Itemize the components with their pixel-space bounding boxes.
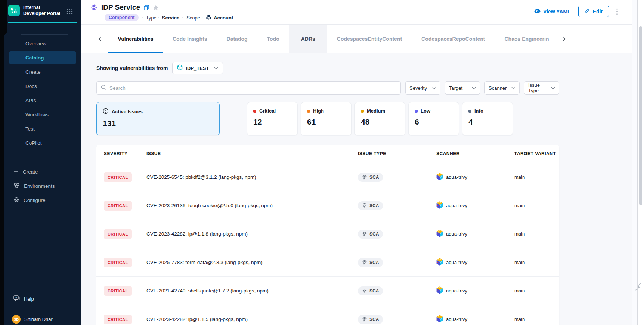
issue-type-label: SCA [369,260,379,265]
scanner-name: aqua-trivy [446,260,467,265]
card-label: Medium [367,108,385,114]
app-title: Internal Developer Portal [23,5,61,16]
vertical-scrollbar-thumb[interactable] [639,26,642,205]
aqua-trivy-icon [436,315,443,324]
sidebar-item-catalog[interactable]: Catalog [9,51,76,64]
tab-code-insights[interactable]: Code Insights [163,25,217,53]
high-card[interactable]: High 61 [301,102,352,135]
issue-text: CVE-2023-42282: ip@1.1.5 (lang-pkgs, npm… [146,316,358,322]
scanner-name: aqua-trivy [446,316,467,322]
sidebar-item-workflows[interactable]: Workflows [9,108,76,121]
tabs-scroll-left-icon[interactable] [99,36,102,42]
edit-button[interactable]: Edit [578,6,609,17]
sidebar-item-label: Configure [24,197,46,203]
plus-icon [13,169,19,175]
source-select[interactable]: IDP_TEST [172,62,223,74]
table-row[interactable]: CRITICAL CVE-2021-42740: shell-quote@1.7… [96,277,559,305]
sidebar-item-copilot[interactable]: CoPilot [9,137,76,149]
edit-label: Edit [593,9,603,15]
table-row[interactable]: CRITICAL CVE-2023-26136: tough-cookie@2.… [96,191,559,220]
fingerprint-icon [362,175,367,180]
chevron-down-icon [551,87,555,89]
sidebar-item-apis[interactable]: APIs [9,94,76,107]
entity-tabs: Vulnerabilities Code Insights Datadog To… [81,25,638,53]
sidebar-item-configure[interactable]: Configure [13,193,77,207]
fingerprint-icon [362,260,367,265]
sidebar-item-create-action[interactable]: Create [13,165,77,179]
copy-icon[interactable] [144,5,149,10]
help-chat-icon: ? [13,295,20,303]
tab-datadog[interactable]: Datadog [217,25,257,53]
target-variant: main [514,203,559,208]
severity-filter[interactable]: Severity [405,81,440,95]
app-grid-icon[interactable] [66,8,73,16]
low-card[interactable]: Low 6 [408,102,459,135]
tab-codespaces-entity-content[interactable]: CodespacesEntityContent [327,25,412,53]
chevron-down-icon [511,87,515,89]
more-options-kebab-icon[interactable] [616,8,618,15]
issue-type-label: SCA [369,203,379,208]
tab-todo[interactable]: Todo [257,25,289,53]
help-button[interactable]: ? Help [13,295,34,303]
component-gear-icon [91,4,97,11]
sidebar-item-environments[interactable]: Environments [13,179,77,193]
sidebar-item-create[interactable]: Create [9,65,76,78]
aqua-trivy-icon [436,230,443,238]
scanner-filter[interactable]: Scanner [484,81,520,95]
table-row[interactable]: CRITICAL CVE-2023-42282: ip@1.1.5 (lang-… [96,305,559,325]
info-card[interactable]: Info 4 [462,102,513,135]
environments-icon [13,183,20,190]
favorite-star-icon[interactable] [153,5,159,10]
tab-vulnerabilities[interactable]: Vulnerabilities [108,25,163,53]
scanner-name: aqua-trivy [446,203,467,208]
scanner-name: aqua-trivy [446,174,467,180]
medium-card[interactable]: Medium 48 [354,102,405,135]
vulnerabilities-table: SEVERITY ISSUE ISSUE TYPE SCANNER TARGET… [96,145,559,325]
high-dot [307,110,310,113]
logo-icon [8,5,20,16]
active-issues-card[interactable]: Active Issues 131 [96,102,220,135]
sidebar-item-docs[interactable]: Docs [9,80,76,92]
tab-codespaces-repo-content[interactable]: CodespacesRepoContent [412,25,495,53]
inner-scroll-gutter [632,0,637,325]
card-value: 48 [361,117,399,126]
table-row[interactable]: CRITICAL CVE-2025-7783: form-data@2.3.3 … [96,248,559,277]
scanner-name: aqua-trivy [446,288,467,294]
fingerprint-icon [362,203,367,208]
eye-icon [534,9,541,15]
entity-kind-badge: Component [105,14,139,21]
search-input[interactable] [109,85,396,91]
sidebar-item-test[interactable]: Test [9,122,76,135]
fingerprint-icon [362,317,367,322]
issue-text: CVE-2025-7783: form-data@2.3.3 (lang-pkg… [146,260,358,265]
main-area: IDP Service Component Type : Service Sco… [81,0,644,325]
pencil-icon [585,8,590,15]
tab-adrs[interactable]: ADRs [289,25,327,53]
aqua-trivy-icon [436,201,443,210]
sidebar-item-label: Create [23,169,38,175]
tab-label: Todo [267,36,279,42]
divider [6,158,75,158]
table-row[interactable]: CRITICAL CVE-2025-6545: pbkdf2@3.1.2 (la… [96,163,559,191]
issue-type-filter[interactable]: Issue Type [524,81,559,95]
card-label: Critical [259,108,276,114]
target-filter[interactable]: Target [445,81,480,95]
card-label: High [313,108,324,114]
sidebar-item-overview[interactable]: Overview [9,37,76,50]
severity-badge: CRITICAL [104,201,132,211]
sidebar-item-label: Test [25,126,35,132]
tab-chaos-engineering[interactable]: Chaos Engineerin [495,25,558,53]
critical-card[interactable]: Critical 12 [247,102,298,135]
medium-dot [361,110,364,113]
support-widget-icon[interactable] [634,280,643,292]
target-variant: main [514,231,559,237]
severity-badge: CRITICAL [104,172,132,182]
table-row[interactable]: CRITICAL CVE-2023-42282: ip@1.1.8 (lang-… [96,220,559,248]
view-yaml-button[interactable]: View YAML [534,9,571,15]
cube-icon [177,64,183,72]
scroll-gutter-border [637,0,638,325]
sidebar-item-label: CoPilot [25,140,42,146]
type-value: Service [162,15,179,21]
user-menu[interactable]: SD Shibam Dhar [12,315,53,324]
tabs-scroll-right-icon[interactable] [563,36,566,42]
